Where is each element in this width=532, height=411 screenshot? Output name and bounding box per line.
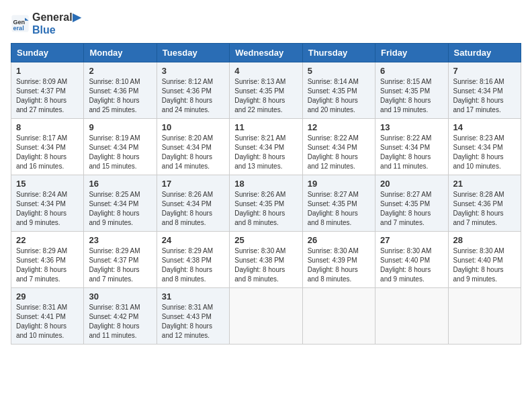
day-detail: Sunrise: 8:26 AMSunset: 4:35 PMDaylight:… bbox=[234, 190, 297, 228]
calendar-cell: 27Sunrise: 8:30 AMSunset: 4:40 PMDayligh… bbox=[375, 232, 448, 288]
calendar-week-2: 8Sunrise: 8:17 AMSunset: 4:34 PMDaylight… bbox=[11, 119, 521, 175]
logo: Gen eral General▶ Blue bbox=[11, 11, 81, 36]
day-detail: Sunrise: 8:16 AMSunset: 4:34 PMDaylight:… bbox=[453, 77, 516, 115]
day-detail: Sunrise: 8:10 AMSunset: 4:36 PMDaylight:… bbox=[89, 77, 151, 115]
header-monday: Monday bbox=[84, 44, 157, 62]
day-number: 11 bbox=[234, 122, 297, 132]
calendar-week-5: 29Sunrise: 8:31 AMSunset: 4:41 PMDayligh… bbox=[11, 288, 521, 345]
calendar-week-1: 1Sunrise: 8:09 AMSunset: 4:37 PMDaylight… bbox=[11, 62, 521, 119]
calendar-cell: 11Sunrise: 8:21 AMSunset: 4:34 PMDayligh… bbox=[230, 119, 302, 175]
calendar-cell: 15Sunrise: 8:24 AMSunset: 4:34 PMDayligh… bbox=[11, 175, 84, 232]
calendar-week-3: 15Sunrise: 8:24 AMSunset: 4:34 PMDayligh… bbox=[11, 175, 521, 232]
calendar-cell: 10Sunrise: 8:20 AMSunset: 4:34 PMDayligh… bbox=[157, 119, 229, 175]
calendar-cell: 24Sunrise: 8:29 AMSunset: 4:38 PMDayligh… bbox=[157, 232, 229, 288]
calendar-week-4: 22Sunrise: 8:29 AMSunset: 4:36 PMDayligh… bbox=[11, 232, 521, 288]
day-number: 7 bbox=[453, 66, 516, 76]
day-detail: Sunrise: 8:22 AMSunset: 4:34 PMDaylight:… bbox=[380, 134, 443, 171]
day-number: 15 bbox=[16, 179, 79, 189]
day-number: 3 bbox=[162, 66, 224, 76]
calendar-cell bbox=[448, 288, 521, 345]
day-number: 13 bbox=[380, 122, 443, 132]
calendar-cell: 28Sunrise: 8:30 AMSunset: 4:40 PMDayligh… bbox=[448, 232, 521, 288]
day-number: 18 bbox=[234, 179, 297, 189]
day-number: 16 bbox=[89, 179, 151, 189]
calendar-cell: 25Sunrise: 8:30 AMSunset: 4:38 PMDayligh… bbox=[230, 232, 302, 288]
day-detail: Sunrise: 8:31 AMSunset: 4:41 PMDaylight:… bbox=[16, 303, 79, 340]
day-number: 27 bbox=[380, 235, 443, 245]
calendar-cell: 30Sunrise: 8:31 AMSunset: 4:42 PMDayligh… bbox=[84, 288, 157, 345]
day-number: 6 bbox=[380, 66, 443, 76]
day-detail: Sunrise: 8:25 AMSunset: 4:34 PMDaylight:… bbox=[89, 190, 151, 228]
day-number: 30 bbox=[89, 291, 151, 302]
calendar-cell: 17Sunrise: 8:26 AMSunset: 4:34 PMDayligh… bbox=[157, 175, 229, 232]
logo-line1: General▶ bbox=[32, 11, 81, 24]
day-detail: Sunrise: 8:31 AMSunset: 4:42 PMDaylight:… bbox=[89, 303, 151, 340]
day-detail: Sunrise: 8:31 AMSunset: 4:43 PMDaylight:… bbox=[162, 303, 224, 340]
day-detail: Sunrise: 8:24 AMSunset: 4:34 PMDaylight:… bbox=[16, 190, 79, 228]
header-sunday: Sunday bbox=[11, 44, 84, 62]
logo-icon: Gen eral bbox=[11, 14, 30, 33]
calendar-cell: 6Sunrise: 8:15 AMSunset: 4:35 PMDaylight… bbox=[375, 62, 448, 119]
day-number: 31 bbox=[162, 291, 224, 302]
calendar-cell: 4Sunrise: 8:13 AMSunset: 4:35 PMDaylight… bbox=[230, 62, 302, 119]
calendar-cell: 7Sunrise: 8:16 AMSunset: 4:34 PMDaylight… bbox=[448, 62, 521, 119]
calendar-cell: 1Sunrise: 8:09 AMSunset: 4:37 PMDaylight… bbox=[11, 62, 84, 119]
day-number: 2 bbox=[89, 66, 151, 76]
day-number: 23 bbox=[89, 235, 151, 245]
calendar-cell: 31Sunrise: 8:31 AMSunset: 4:43 PMDayligh… bbox=[157, 288, 229, 345]
day-number: 1 bbox=[16, 66, 79, 76]
day-detail: Sunrise: 8:19 AMSunset: 4:34 PMDaylight:… bbox=[89, 134, 151, 171]
calendar-cell: 29Sunrise: 8:31 AMSunset: 4:41 PMDayligh… bbox=[11, 288, 84, 345]
day-detail: Sunrise: 8:20 AMSunset: 4:34 PMDaylight:… bbox=[162, 134, 224, 171]
calendar-header-row: SundayMondayTuesdayWednesdayThursdayFrid… bbox=[11, 44, 521, 62]
header-tuesday: Tuesday bbox=[157, 44, 229, 62]
day-detail: Sunrise: 8:27 AMSunset: 4:35 PMDaylight:… bbox=[380, 190, 443, 228]
day-number: 24 bbox=[162, 235, 224, 245]
day-number: 4 bbox=[234, 66, 297, 76]
calendar-cell: 5Sunrise: 8:14 AMSunset: 4:35 PMDaylight… bbox=[302, 62, 375, 119]
calendar-table: SundayMondayTuesdayWednesdayThursdayFrid… bbox=[11, 43, 521, 345]
day-detail: Sunrise: 8:30 AMSunset: 4:39 PMDaylight:… bbox=[308, 246, 370, 284]
day-number: 5 bbox=[308, 66, 370, 76]
day-detail: Sunrise: 8:13 AMSunset: 4:35 PMDaylight:… bbox=[234, 77, 297, 115]
day-number: 8 bbox=[16, 122, 79, 132]
day-detail: Sunrise: 8:21 AMSunset: 4:34 PMDaylight:… bbox=[234, 134, 297, 171]
day-detail: Sunrise: 8:09 AMSunset: 4:37 PMDaylight:… bbox=[16, 77, 79, 115]
day-detail: Sunrise: 8:30 AMSunset: 4:40 PMDaylight:… bbox=[380, 246, 443, 284]
day-detail: Sunrise: 8:23 AMSunset: 4:34 PMDaylight:… bbox=[453, 134, 516, 171]
calendar-cell: 12Sunrise: 8:22 AMSunset: 4:34 PMDayligh… bbox=[302, 119, 375, 175]
day-detail: Sunrise: 8:28 AMSunset: 4:36 PMDaylight:… bbox=[453, 190, 516, 228]
calendar-cell: 16Sunrise: 8:25 AMSunset: 4:34 PMDayligh… bbox=[84, 175, 157, 232]
calendar-cell bbox=[375, 288, 448, 345]
calendar-cell: 8Sunrise: 8:17 AMSunset: 4:34 PMDaylight… bbox=[11, 119, 84, 175]
day-number: 20 bbox=[380, 179, 443, 189]
calendar-cell: 2Sunrise: 8:10 AMSunset: 4:36 PMDaylight… bbox=[84, 62, 157, 119]
calendar-cell: 13Sunrise: 8:22 AMSunset: 4:34 PMDayligh… bbox=[375, 119, 448, 175]
day-detail: Sunrise: 8:29 AMSunset: 4:37 PMDaylight:… bbox=[89, 246, 151, 284]
day-number: 12 bbox=[308, 122, 370, 132]
day-number: 29 bbox=[16, 291, 79, 302]
day-number: 17 bbox=[162, 179, 224, 189]
day-number: 22 bbox=[16, 235, 79, 245]
day-number: 9 bbox=[89, 122, 151, 132]
day-number: 28 bbox=[453, 235, 516, 245]
header-wednesday: Wednesday bbox=[230, 44, 302, 62]
day-detail: Sunrise: 8:29 AMSunset: 4:36 PMDaylight:… bbox=[16, 246, 79, 284]
calendar-cell: 3Sunrise: 8:12 AMSunset: 4:36 PMDaylight… bbox=[157, 62, 229, 119]
calendar-cell: 9Sunrise: 8:19 AMSunset: 4:34 PMDaylight… bbox=[84, 119, 157, 175]
calendar-cell: 14Sunrise: 8:23 AMSunset: 4:34 PMDayligh… bbox=[448, 119, 521, 175]
day-number: 19 bbox=[308, 179, 370, 189]
day-detail: Sunrise: 8:29 AMSunset: 4:38 PMDaylight:… bbox=[162, 246, 224, 284]
day-detail: Sunrise: 8:17 AMSunset: 4:34 PMDaylight:… bbox=[16, 134, 79, 171]
day-number: 21 bbox=[453, 179, 516, 189]
calendar-cell: 20Sunrise: 8:27 AMSunset: 4:35 PMDayligh… bbox=[375, 175, 448, 232]
day-detail: Sunrise: 8:30 AMSunset: 4:38 PMDaylight:… bbox=[234, 246, 297, 284]
day-detail: Sunrise: 8:12 AMSunset: 4:36 PMDaylight:… bbox=[162, 77, 224, 115]
day-number: 26 bbox=[308, 235, 370, 245]
calendar-cell: 23Sunrise: 8:29 AMSunset: 4:37 PMDayligh… bbox=[84, 232, 157, 288]
day-number: 14 bbox=[453, 122, 516, 132]
day-detail: Sunrise: 8:15 AMSunset: 4:35 PMDaylight:… bbox=[380, 77, 443, 115]
day-number: 25 bbox=[234, 235, 297, 245]
calendar-cell: 19Sunrise: 8:27 AMSunset: 4:35 PMDayligh… bbox=[302, 175, 375, 232]
day-detail: Sunrise: 8:14 AMSunset: 4:35 PMDaylight:… bbox=[308, 77, 370, 115]
